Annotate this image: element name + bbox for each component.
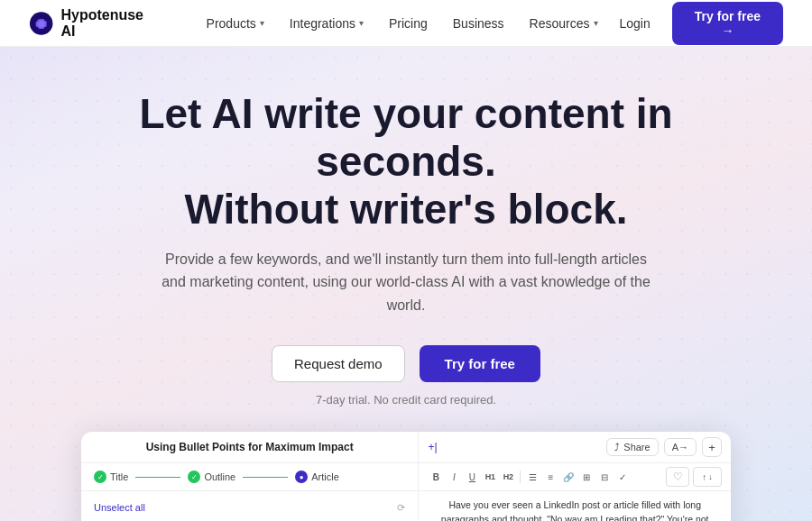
request-demo-button[interactable]: Request demo <box>272 345 405 382</box>
hero-section: Let AI write your content in seconds. Wi… <box>0 47 812 521</box>
italic-button[interactable]: I <box>446 469 462 485</box>
preview-steps: ✓ Title ✓ Outline ● Article <box>81 463 418 491</box>
toolbar-divider-1 <box>520 471 521 483</box>
unselect-all-button[interactable]: Unselect all <box>94 502 145 514</box>
login-button[interactable]: Login <box>609 11 661 36</box>
resources-chevron-icon: ▾ <box>594 18 598 28</box>
step-title-dot: ✓ <box>94 471 106 483</box>
nav-actions: Login Try for free → <box>609 2 783 45</box>
preview-container: Using Bullet Points for Maximum Impact ✓… <box>81 432 731 521</box>
share-icon: ⤴ <box>614 442 620 452</box>
article-content: Have you ever seen a LinkedIn post or ar… <box>419 491 731 521</box>
app-preview-card: Using Bullet Points for Maximum Impact ✓… <box>81 432 731 521</box>
nav-links: Products ▾ Integrations ▾ Pricing Busine… <box>196 11 609 36</box>
step-article: ● Article <box>295 471 339 483</box>
add-button[interactable]: + <box>702 437 722 457</box>
step-connector-1 <box>135 477 180 478</box>
hero-subtitle: Provide a few keywords, and we'll instan… <box>153 248 659 317</box>
table-button[interactable]: ⊟ <box>596 469 613 485</box>
underline-button[interactable]: U <box>464 469 480 485</box>
share-button[interactable]: ⤴ Share <box>606 438 658 456</box>
heading2-button[interactable]: H2 <box>500 469 516 485</box>
try-free-hero-button[interactable]: Try for free <box>420 345 540 382</box>
step-outline-dot: ✓ <box>188 471 200 483</box>
preview-left-panel: Using Bullet Points for Maximum Impact ✓… <box>81 432 419 521</box>
editor-top-toolbar: +| ⤴ Share A→ + <box>419 432 731 463</box>
settings-icon: ⟳ <box>397 502 405 514</box>
hero-cta-buttons: Request demo Try for free <box>29 345 783 382</box>
article-paragraph-1: Have you ever seen a LinkedIn post or ar… <box>428 498 722 521</box>
try-for-free-button[interactable]: Try for free → <box>672 2 783 45</box>
checkmark-button[interactable]: ✓ <box>614 469 631 485</box>
preview-article-title: Using Bullet Points for Maximum Impact <box>81 432 418 463</box>
navbar: Hypotenuse AI Products ▾ Integrations ▾ … <box>0 0 812 47</box>
image-button[interactable]: ⊞ <box>578 469 595 485</box>
logo[interactable]: Hypotenuse AI <box>29 7 160 40</box>
products-chevron-icon: ▾ <box>260 18 264 28</box>
format-toolbar: B I U H1 H2 ☰ ≡ 🔗 ⊞ ⊟ ✓ ♡ ↑↓ <box>419 463 731 491</box>
heading1-button[interactable]: H1 <box>482 469 498 485</box>
list-button[interactable]: ☰ <box>524 469 540 485</box>
step-article-dot: ● <box>295 471 308 483</box>
nav-products[interactable]: Products ▾ <box>196 11 275 36</box>
nav-business[interactable]: Business <box>442 11 515 36</box>
arrow-icon: ↑ <box>702 472 706 482</box>
outline-checkboxes: Unselect all ⟳ ✓ Introduction ✓ What Are <box>81 491 418 521</box>
integrations-chevron-icon: ▾ <box>359 18 364 28</box>
link-button[interactable]: 🔗 <box>560 469 577 485</box>
logo-text: Hypotenuse AI <box>60 7 159 40</box>
unselect-row: Unselect all ⟳ <box>94 498 405 519</box>
nav-pricing[interactable]: Pricing <box>378 11 438 36</box>
bold-button[interactable]: B <box>428 469 444 485</box>
preview-right-panel: +| ⤴ Share A→ + B <box>419 432 731 521</box>
cursor-icon: +| <box>428 441 437 453</box>
ordered-list-button[interactable]: ≡ <box>542 469 558 485</box>
expand-button[interactable]: ↑↓ <box>693 467 722 487</box>
step-connector-2 <box>243 477 288 478</box>
cursor-indicator: +| <box>428 441 438 453</box>
trial-note: 7-day trial. No credit card required. <box>29 393 783 407</box>
hero-title: Let AI write your content in seconds. Wi… <box>81 90 731 233</box>
expand-label: ↓ <box>708 472 713 481</box>
nav-integrations[interactable]: Integrations ▾ <box>279 11 374 36</box>
translate-button[interactable]: A→ <box>664 438 697 456</box>
format-right-actions: ♡ ↑↓ <box>666 467 722 487</box>
nav-resources[interactable]: Resources ▾ <box>519 11 609 36</box>
toolbar-actions: ⤴ Share A→ + <box>606 437 722 457</box>
favorite-button[interactable]: ♡ <box>666 467 689 487</box>
step-title: ✓ Title <box>94 471 128 483</box>
step-outline: ✓ Outline <box>188 471 235 483</box>
logo-icon <box>29 11 53 36</box>
